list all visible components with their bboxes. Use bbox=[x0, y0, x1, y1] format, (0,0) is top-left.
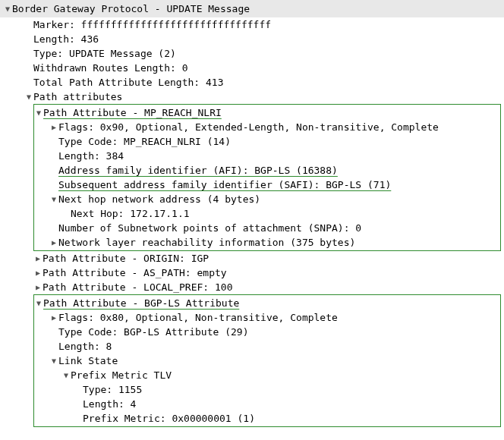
protocol-title: Border Gateway Protocol - UPDATE Message bbox=[12, 2, 250, 16]
chevron-right-icon[interactable] bbox=[49, 235, 58, 250]
chevron-down-icon[interactable] bbox=[34, 105, 43, 120]
text: Next hop network address (4 bytes) bbox=[58, 192, 260, 206]
chevron-right-icon[interactable] bbox=[49, 120, 58, 134]
chevron-down-icon[interactable] bbox=[49, 354, 58, 368]
text: Length: 4 bbox=[83, 397, 136, 411]
length-field[interactable]: Length: 384 bbox=[34, 149, 500, 163]
chevron-right-icon[interactable] bbox=[33, 251, 43, 266]
chevron-right-icon[interactable] bbox=[49, 310, 58, 325]
text: Flags: 0x90, Optional, Extended-Length, … bbox=[58, 120, 439, 134]
text: Network layer reachability information (… bbox=[58, 235, 355, 250]
next-hop-field[interactable]: Next Hop: 172.17.1.1 bbox=[34, 206, 500, 221]
highlight-box-bgp-ls-attribute: Path Attribute - BGP-LS Attribute Flags:… bbox=[33, 294, 501, 427]
text: Link State bbox=[58, 354, 118, 368]
text: Flags: 0x80, Optional, Non-transitive, C… bbox=[58, 310, 338, 325]
tlv-type-field[interactable]: Type: 1155 bbox=[34, 382, 500, 397]
text: Total Path Attribute Length: 413 bbox=[33, 75, 223, 90]
text: Length: 8 bbox=[58, 339, 112, 354]
text: Type: 1155 bbox=[83, 382, 142, 397]
prefix-metric-tlv-node[interactable]: Prefix Metric TLV bbox=[34, 368, 500, 382]
text: Path Attribute - ORIGIN: IGP bbox=[43, 251, 209, 266]
path-attributes-node[interactable]: Path attributes bbox=[0, 90, 504, 104]
next-hop-node[interactable]: Next hop network address (4 bytes) bbox=[34, 192, 500, 206]
type-code-field[interactable]: Type Code: MP_REACH_NLRI (14) bbox=[34, 134, 500, 149]
length-field[interactable]: Length: 8 bbox=[34, 339, 500, 354]
field-type[interactable]: Type: UPDATE Message (2) bbox=[0, 46, 504, 61]
chevron-right-icon[interactable] bbox=[33, 266, 43, 280]
path-attr-mp-reach-nlri[interactable]: Path Attribute - MP_REACH_NLRI bbox=[34, 105, 500, 120]
path-attributes-label: Path attributes bbox=[33, 90, 122, 104]
snpa-field[interactable]: Number of Subnetwork points of attachmen… bbox=[34, 221, 500, 235]
path-attr-title: Path Attribute - BGP-LS Attribute bbox=[43, 296, 239, 310]
text: Type Code: BGP-LS Attribute (29) bbox=[58, 325, 248, 339]
text: Length: 436 bbox=[33, 32, 99, 46]
link-state-node[interactable]: Link State bbox=[34, 354, 500, 368]
text: Withdrawn Routes Length: 0 bbox=[33, 61, 188, 75]
chevron-down-icon[interactable] bbox=[3, 2, 12, 16]
field-length[interactable]: Length: 436 bbox=[0, 32, 504, 46]
chevron-down-icon[interactable] bbox=[24, 90, 33, 104]
afi-field[interactable]: Address family identifier (AFI): BGP-LS … bbox=[34, 163, 500, 178]
text: Number of Subnetwork points of attachmen… bbox=[58, 221, 361, 235]
flags-node[interactable]: Flags: 0x80, Optional, Non-transitive, C… bbox=[34, 310, 500, 325]
text: Type: UPDATE Message (2) bbox=[33, 46, 176, 61]
tlv-length-field[interactable]: Length: 4 bbox=[34, 397, 500, 411]
protocol-header[interactable]: Border Gateway Protocol - UPDATE Message bbox=[0, 0, 504, 17]
text: Path Attribute - AS_PATH: empty bbox=[43, 266, 227, 280]
text: Address family identifier (AFI): BGP-LS … bbox=[58, 163, 338, 178]
path-attr-local-pref[interactable]: Path Attribute - LOCAL_PREF: 100 bbox=[0, 280, 504, 294]
chevron-right-icon[interactable] bbox=[33, 280, 43, 294]
nlri-node[interactable]: Network layer reachability information (… bbox=[34, 235, 500, 250]
chevron-down-icon[interactable] bbox=[61, 368, 71, 382]
field-marker[interactable]: Marker: ffffffffffffffffffffffffffffffff bbox=[0, 17, 504, 32]
path-attr-as-path[interactable]: Path Attribute - AS_PATH: empty bbox=[0, 266, 504, 280]
text: Type Code: MP_REACH_NLRI (14) bbox=[58, 134, 231, 149]
text: Prefix Metric: 0x00000001 (1) bbox=[83, 411, 255, 426]
tlv-metric-field[interactable]: Prefix Metric: 0x00000001 (1) bbox=[34, 411, 500, 426]
type-code-field[interactable]: Type Code: BGP-LS Attribute (29) bbox=[34, 325, 500, 339]
highlight-box-mp-reach-nlri: Path Attribute - MP_REACH_NLRI Flags: 0x… bbox=[33, 104, 501, 251]
path-attr-bgp-ls[interactable]: Path Attribute - BGP-LS Attribute bbox=[34, 296, 500, 310]
text: Length: 384 bbox=[58, 149, 124, 163]
text: Next Hop: 172.17.1.1 bbox=[71, 206, 190, 221]
text: Path Attribute - LOCAL_PREF: 100 bbox=[43, 280, 232, 294]
field-withdrawn-routes-length[interactable]: Withdrawn Routes Length: 0 bbox=[0, 61, 504, 75]
path-attr-origin[interactable]: Path Attribute - ORIGIN: IGP bbox=[0, 251, 504, 266]
chevron-down-icon[interactable] bbox=[49, 192, 58, 206]
text: Marker: ffffffffffffffffffffffffffffffff bbox=[33, 17, 271, 32]
path-attr-title: Path Attribute - MP_REACH_NLRI bbox=[43, 105, 222, 120]
safi-field[interactable]: Subsequent address family identifier (SA… bbox=[34, 178, 500, 192]
chevron-down-icon[interactable] bbox=[34, 296, 43, 310]
text: Prefix Metric TLV bbox=[71, 368, 172, 382]
flags-node[interactable]: Flags: 0x90, Optional, Extended-Length, … bbox=[34, 120, 500, 134]
field-total-path-attr-length[interactable]: Total Path Attribute Length: 413 bbox=[0, 75, 504, 90]
text: Subsequent address family identifier (SA… bbox=[58, 178, 391, 192]
